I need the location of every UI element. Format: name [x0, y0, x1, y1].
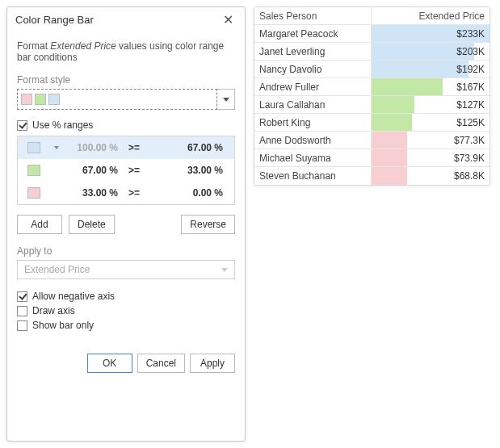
table-row[interactable]: Michael Suyama$73.9K: [254, 149, 489, 167]
cell-sales-person: Margaret Peacock: [254, 25, 372, 42]
dialog-footer: OK Cancel Apply: [7, 354, 245, 373]
range-row[interactable]: 67.00 %>=33.00 %: [18, 159, 234, 182]
cancel-button[interactable]: Cancel: [137, 354, 185, 373]
cell-value: $192K: [456, 64, 485, 75]
table-row[interactable]: Laura Callahan$127K: [254, 96, 489, 114]
cell-value: $125K: [456, 117, 485, 128]
range-swatch[interactable]: [18, 142, 50, 153]
format-style-dropdown-button[interactable]: [217, 89, 235, 110]
range-operator[interactable]: >=: [123, 165, 145, 176]
range-swatch-dropdown[interactable]: [50, 146, 63, 149]
swatch-pink-icon: [21, 94, 32, 105]
cell-extended-price: $77.3K: [372, 132, 489, 149]
range-bar: [372, 78, 443, 95]
checkbox-icon: [17, 320, 27, 331]
show-bar-only-label: Show bar only: [32, 320, 94, 331]
ranges-table: 100.00 %>=67.00 %67.00 %>=33.00 %33.00 %…: [17, 136, 235, 205]
table-row[interactable]: Anne Dodsworth$77.3K: [254, 132, 489, 149]
table-row[interactable]: Andrew Fuller$167K: [254, 78, 489, 96]
close-icon[interactable]: ✕: [220, 15, 237, 26]
chevron-down-icon: [54, 146, 59, 149]
range-swatch[interactable]: [18, 165, 50, 176]
ok-button[interactable]: OK: [87, 354, 132, 373]
table-row[interactable]: Steven Buchanan$68.8K: [254, 167, 489, 185]
checkbox-icon: [17, 291, 27, 302]
dialog-header: Color Range Bar ✕: [7, 7, 245, 32]
cell-value: $73.9K: [454, 153, 485, 164]
range-bar: [372, 61, 468, 77]
range-upper-value[interactable]: 33.00 %: [63, 187, 123, 199]
apply-to-label: Apply to: [17, 245, 235, 257]
grid-header: Sales Person Extended Price: [254, 7, 489, 25]
intro-prefix: Format: [17, 40, 50, 52]
draw-axis-checkbox[interactable]: Draw axis: [17, 305, 235, 316]
cell-sales-person: Nancy Davolio: [254, 61, 372, 77]
table-row[interactable]: Margaret Peacock$233K: [254, 25, 489, 43]
table-row[interactable]: Nancy Davolio$192K: [254, 61, 489, 78]
column-header-extended-price[interactable]: Extended Price: [372, 7, 489, 24]
range-operator[interactable]: >=: [123, 142, 145, 153]
allow-negative-axis-checkbox[interactable]: Allow negative axis: [17, 291, 235, 302]
format-style-preview[interactable]: [17, 89, 217, 110]
cell-value: $167K: [456, 82, 485, 93]
cell-sales-person: Laura Callahan: [254, 96, 372, 113]
range-lower-value[interactable]: 33.00 %: [145, 165, 234, 176]
dialog-body: Format Extended Price values using color…: [7, 32, 245, 331]
cell-extended-price: $73.9K: [372, 149, 489, 166]
apply-button[interactable]: Apply: [190, 354, 235, 373]
color-range-bar-dialog: Color Range Bar ✕ Format Extended Price …: [6, 6, 246, 442]
swatch-green-icon: [35, 94, 46, 105]
cell-value: $68.8K: [454, 170, 485, 182]
column-header-extended-price-label: Extended Price: [419, 10, 485, 22]
cell-sales-person: Robert King: [254, 114, 372, 131]
column-header-sales-person[interactable]: Sales Person: [254, 7, 372, 24]
table-row[interactable]: Janet Leverling$203K: [254, 43, 489, 61]
cell-extended-price: $192K: [372, 61, 489, 77]
cell-extended-price: $233K: [372, 25, 489, 42]
range-lower-value[interactable]: 0.00 %: [145, 187, 234, 199]
range-lower-value[interactable]: 67.00 %: [145, 142, 234, 153]
cell-extended-price: $203K: [372, 43, 489, 60]
cell-extended-price: $127K: [372, 96, 489, 113]
cell-value: $203K: [456, 46, 485, 57]
table-row[interactable]: Robert King$125K: [254, 114, 489, 132]
intro-field: Extended Price: [50, 40, 116, 52]
show-bar-only-checkbox[interactable]: Show bar only: [17, 320, 235, 331]
cell-extended-price: $125K: [372, 114, 489, 131]
format-style-row: [17, 89, 235, 110]
range-upper-value[interactable]: 67.00 %: [63, 165, 123, 176]
swatch-icon: [27, 142, 40, 153]
cell-extended-price: $167K: [372, 78, 489, 95]
cell-sales-person: Anne Dodsworth: [254, 132, 372, 149]
range-upper-value[interactable]: 100.00 %: [63, 142, 123, 153]
cell-value: $127K: [456, 99, 485, 111]
data-grid: Sales Person Extended Price Margaret Pea…: [254, 6, 490, 186]
chevron-down-icon: [223, 98, 229, 102]
cell-sales-person: Andrew Fuller: [254, 78, 372, 95]
range-bar: [372, 167, 407, 185]
range-bar: [372, 132, 407, 149]
range-bar: [372, 149, 407, 166]
cell-sales-person: Michael Suyama: [254, 149, 372, 166]
swatch-icon: [27, 187, 40, 199]
delete-button[interactable]: Delete: [69, 215, 115, 234]
range-row[interactable]: 33.00 %>=0.00 %: [18, 182, 234, 204]
range-operator[interactable]: >=: [123, 187, 145, 199]
reverse-button[interactable]: Reverse: [181, 215, 235, 234]
intro-text: Format Extended Price values using color…: [17, 40, 235, 63]
cell-value: $77.3K: [454, 135, 485, 146]
swatch-blue-icon: [48, 94, 60, 105]
use-pct-ranges-label: Use % ranges: [32, 119, 93, 131]
checkbox-icon: [17, 306, 27, 316]
range-swatch[interactable]: [18, 187, 50, 199]
apply-to-select[interactable]: Extended Price: [17, 260, 235, 279]
draw-axis-label: Draw axis: [32, 305, 75, 316]
ranges-button-row: Add Delete Reverse: [17, 215, 235, 234]
add-button[interactable]: Add: [17, 215, 62, 234]
range-bar: [372, 114, 412, 131]
use-pct-ranges-checkbox[interactable]: Use % ranges: [17, 119, 235, 131]
range-row[interactable]: 100.00 %>=67.00 %: [18, 136, 234, 159]
allow-negative-axis-label: Allow negative axis: [32, 291, 115, 302]
grid-body: Margaret Peacock$233KJanet Leverling$203…: [254, 25, 489, 185]
apply-to-value: Extended Price: [24, 264, 90, 275]
